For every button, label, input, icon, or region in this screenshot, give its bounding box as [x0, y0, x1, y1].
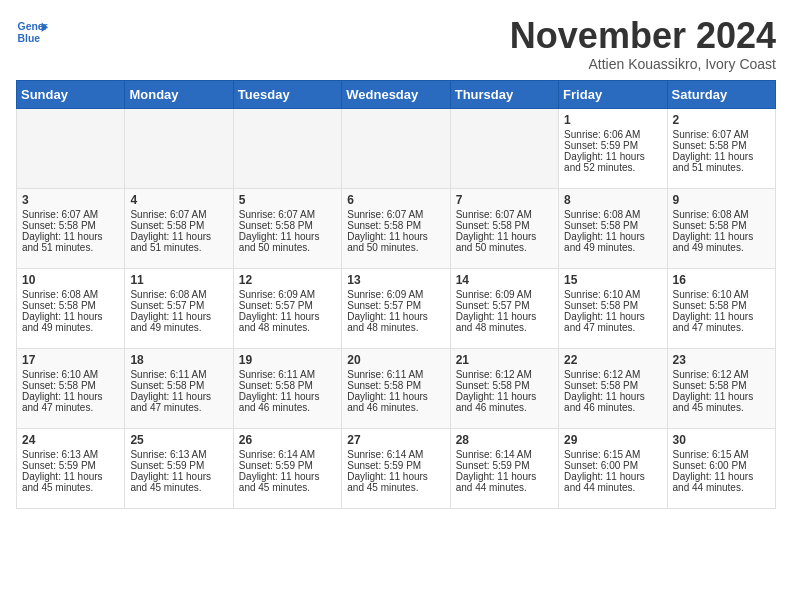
- day-number: 25: [130, 433, 227, 447]
- day-number: 22: [564, 353, 661, 367]
- daylight-label: Daylight: 11 hours and 49 minutes.: [130, 311, 211, 333]
- day-number: 23: [673, 353, 770, 367]
- sunset-text: Sunset: 5:57 PM: [130, 300, 204, 311]
- day-number: 14: [456, 273, 553, 287]
- calendar-cell: 13Sunrise: 6:09 AMSunset: 5:57 PMDayligh…: [342, 268, 450, 348]
- sunrise-text: Sunrise: 6:11 AM: [239, 369, 315, 380]
- daylight-label: Daylight: 11 hours and 47 minutes.: [130, 391, 211, 413]
- calendar-cell: 10Sunrise: 6:08 AMSunset: 5:58 PMDayligh…: [17, 268, 125, 348]
- calendar-cell: 12Sunrise: 6:09 AMSunset: 5:57 PMDayligh…: [233, 268, 341, 348]
- sunrise-text: Sunrise: 6:08 AM: [130, 289, 206, 300]
- daylight-label: Daylight: 11 hours and 48 minutes.: [456, 311, 537, 333]
- daylight-label: Daylight: 11 hours and 49 minutes.: [22, 311, 103, 333]
- day-number: 11: [130, 273, 227, 287]
- calendar-table: SundayMondayTuesdayWednesdayThursdayFrid…: [16, 80, 776, 509]
- day-number: 8: [564, 193, 661, 207]
- calendar-cell: 11Sunrise: 6:08 AMSunset: 5:57 PMDayligh…: [125, 268, 233, 348]
- calendar-cell: 27Sunrise: 6:14 AMSunset: 5:59 PMDayligh…: [342, 428, 450, 508]
- daylight-label: Daylight: 11 hours and 44 minutes.: [456, 471, 537, 493]
- sunset-text: Sunset: 5:59 PM: [130, 460, 204, 471]
- sunset-text: Sunset: 5:58 PM: [239, 380, 313, 391]
- sunrise-text: Sunrise: 6:09 AM: [347, 289, 423, 300]
- daylight-label: Daylight: 11 hours and 50 minutes.: [456, 231, 537, 253]
- sunset-text: Sunset: 5:58 PM: [22, 300, 96, 311]
- sunset-text: Sunset: 5:58 PM: [673, 140, 747, 151]
- sunrise-text: Sunrise: 6:07 AM: [673, 129, 749, 140]
- logo: General Blue: [16, 16, 48, 48]
- calendar-week-1: 1Sunrise: 6:06 AMSunset: 5:59 PMDaylight…: [17, 108, 776, 188]
- sunset-text: Sunset: 5:58 PM: [564, 380, 638, 391]
- day-number: 17: [22, 353, 119, 367]
- sunset-text: Sunset: 5:58 PM: [673, 300, 747, 311]
- day-number: 9: [673, 193, 770, 207]
- title-area: November 2024 Attien Kouassikro, Ivory C…: [510, 16, 776, 72]
- sunset-text: Sunset: 5:59 PM: [564, 140, 638, 151]
- daylight-label: Daylight: 11 hours and 46 minutes.: [239, 391, 320, 413]
- sunset-text: Sunset: 5:58 PM: [22, 220, 96, 231]
- daylight-label: Daylight: 11 hours and 51 minutes.: [22, 231, 103, 253]
- sunrise-text: Sunrise: 6:09 AM: [456, 289, 532, 300]
- sunrise-text: Sunrise: 6:13 AM: [130, 449, 206, 460]
- sunset-text: Sunset: 5:58 PM: [130, 220, 204, 231]
- daylight-label: Daylight: 11 hours and 45 minutes.: [673, 391, 754, 413]
- day-number: 29: [564, 433, 661, 447]
- calendar-cell: 4Sunrise: 6:07 AMSunset: 5:58 PMDaylight…: [125, 188, 233, 268]
- day-number: 28: [456, 433, 553, 447]
- daylight-label: Daylight: 11 hours and 46 minutes.: [564, 391, 645, 413]
- calendar-cell: 8Sunrise: 6:08 AMSunset: 5:58 PMDaylight…: [559, 188, 667, 268]
- sunrise-text: Sunrise: 6:12 AM: [456, 369, 532, 380]
- daylight-label: Daylight: 11 hours and 47 minutes.: [22, 391, 103, 413]
- sunset-text: Sunset: 5:58 PM: [22, 380, 96, 391]
- sunrise-text: Sunrise: 6:11 AM: [130, 369, 206, 380]
- calendar-cell: 20Sunrise: 6:11 AMSunset: 5:58 PMDayligh…: [342, 348, 450, 428]
- day-number: 27: [347, 433, 444, 447]
- daylight-label: Daylight: 11 hours and 49 minutes.: [564, 231, 645, 253]
- calendar-week-4: 17Sunrise: 6:10 AMSunset: 5:58 PMDayligh…: [17, 348, 776, 428]
- sunrise-text: Sunrise: 6:12 AM: [564, 369, 640, 380]
- sunset-text: Sunset: 5:58 PM: [239, 220, 313, 231]
- daylight-label: Daylight: 11 hours and 48 minutes.: [347, 311, 428, 333]
- sunrise-text: Sunrise: 6:10 AM: [22, 369, 98, 380]
- calendar-cell: 25Sunrise: 6:13 AMSunset: 5:59 PMDayligh…: [125, 428, 233, 508]
- sunset-text: Sunset: 5:58 PM: [564, 220, 638, 231]
- day-number: 1: [564, 113, 661, 127]
- header-monday: Monday: [125, 80, 233, 108]
- day-number: 5: [239, 193, 336, 207]
- calendar-cell: 3Sunrise: 6:07 AMSunset: 5:58 PMDaylight…: [17, 188, 125, 268]
- calendar-cell: 29Sunrise: 6:15 AMSunset: 6:00 PMDayligh…: [559, 428, 667, 508]
- calendar-cell: 7Sunrise: 6:07 AMSunset: 5:58 PMDaylight…: [450, 188, 558, 268]
- calendar-cell: 21Sunrise: 6:12 AMSunset: 5:58 PMDayligh…: [450, 348, 558, 428]
- day-number: 18: [130, 353, 227, 367]
- day-number: 10: [22, 273, 119, 287]
- sunrise-text: Sunrise: 6:08 AM: [673, 209, 749, 220]
- calendar-week-3: 10Sunrise: 6:08 AMSunset: 5:58 PMDayligh…: [17, 268, 776, 348]
- sunset-text: Sunset: 5:58 PM: [456, 220, 530, 231]
- sunset-text: Sunset: 5:57 PM: [456, 300, 530, 311]
- sunrise-text: Sunrise: 6:14 AM: [456, 449, 532, 460]
- sunrise-text: Sunrise: 6:12 AM: [673, 369, 749, 380]
- day-number: 24: [22, 433, 119, 447]
- sunset-text: Sunset: 5:58 PM: [673, 220, 747, 231]
- day-number: 12: [239, 273, 336, 287]
- sunrise-text: Sunrise: 6:10 AM: [564, 289, 640, 300]
- day-number: 15: [564, 273, 661, 287]
- calendar-cell: 15Sunrise: 6:10 AMSunset: 5:58 PMDayligh…: [559, 268, 667, 348]
- sunset-text: Sunset: 5:59 PM: [239, 460, 313, 471]
- sunrise-text: Sunrise: 6:07 AM: [130, 209, 206, 220]
- sunset-text: Sunset: 5:59 PM: [22, 460, 96, 471]
- sunset-text: Sunset: 5:58 PM: [564, 300, 638, 311]
- calendar-cell: 1Sunrise: 6:06 AMSunset: 5:59 PMDaylight…: [559, 108, 667, 188]
- daylight-label: Daylight: 11 hours and 51 minutes.: [130, 231, 211, 253]
- sunrise-text: Sunrise: 6:07 AM: [456, 209, 532, 220]
- calendar-cell: 18Sunrise: 6:11 AMSunset: 5:58 PMDayligh…: [125, 348, 233, 428]
- sunrise-text: Sunrise: 6:15 AM: [564, 449, 640, 460]
- calendar-title: November 2024: [510, 16, 776, 56]
- sunrise-text: Sunrise: 6:07 AM: [22, 209, 98, 220]
- calendar-week-5: 24Sunrise: 6:13 AMSunset: 5:59 PMDayligh…: [17, 428, 776, 508]
- day-number: 2: [673, 113, 770, 127]
- sunset-text: Sunset: 5:57 PM: [239, 300, 313, 311]
- day-number: 13: [347, 273, 444, 287]
- day-number: 21: [456, 353, 553, 367]
- daylight-label: Daylight: 11 hours and 45 minutes.: [239, 471, 320, 493]
- sunrise-text: Sunrise: 6:07 AM: [239, 209, 315, 220]
